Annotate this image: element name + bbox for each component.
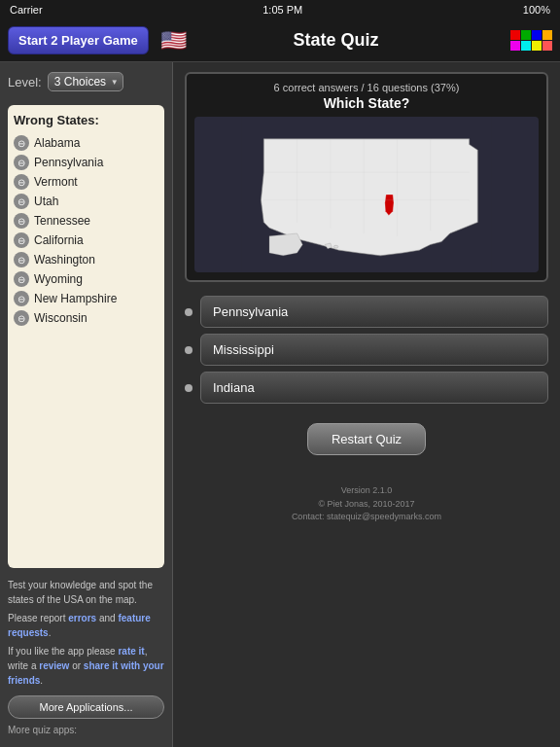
wrong-state-item: ⊖ California: [14, 231, 158, 250]
review-highlight: review: [39, 660, 69, 671]
state-name: California: [34, 233, 84, 247]
map-stats: 6 correct answers / 16 questions (37%): [194, 82, 539, 93]
level-select-wrapper[interactable]: 3 Choices 4 Choices 5 Choices: [48, 72, 123, 91]
color-cell: [532, 41, 542, 51]
status-bar: Carrier 1:05 PM 100%: [0, 0, 560, 19]
sidebar: Level: 3 Choices 4 Choices 5 Choices Wro…: [0, 62, 173, 747]
svg-point-8: [333, 245, 338, 248]
us-map-svg: [194, 117, 539, 272]
choice-item: Mississippi: [185, 334, 548, 366]
state-icon: ⊖: [14, 310, 29, 326]
choices-list: Pennsylvania Mississippi Indiana: [185, 296, 548, 404]
choice-bullet: [185, 308, 192, 316]
state-icon: ⊖: [14, 213, 29, 229]
version-label: Version 2.1.0: [292, 484, 441, 498]
state-icon: ⊖: [14, 194, 29, 209]
state-icon: ⊖: [14, 271, 29, 287]
state-name: Tennessee: [34, 214, 90, 228]
color-cell: [521, 30, 531, 40]
choice-button[interactable]: Pennsylvania: [200, 296, 548, 328]
map-container: 6 correct answers / 16 questions (37%) W…: [185, 72, 548, 282]
choice-bullet: [185, 346, 192, 354]
header: Start 2 Player Game 🇺🇸 State Quiz: [0, 19, 560, 62]
state-icon: ⊖: [14, 174, 29, 190]
state-icon: ⊖: [14, 252, 29, 267]
wrong-state-item: ⊖ Wyoming: [14, 269, 158, 289]
main-content: 6 correct answers / 16 questions (37%) W…: [173, 62, 560, 747]
state-name: Alabama: [34, 136, 80, 150]
sidebar-footer: Test your knowledge and spot the states …: [8, 578, 164, 737]
wrong-state-item: ⊖ Wisconsin: [14, 308, 158, 328]
wrong-state-item: ⊖ Utah: [14, 192, 158, 211]
level-row: Level: 3 Choices 4 Choices 5 Choices: [8, 72, 164, 91]
state-icon: ⊖: [14, 155, 29, 170]
color-cell: [542, 30, 552, 40]
level-select[interactable]: 3 Choices 4 Choices 5 Choices: [48, 72, 123, 91]
color-grid-icon: [510, 30, 552, 51]
footer-line2: Please report errors and feature request…: [8, 611, 164, 640]
level-label: Level:: [8, 75, 42, 89]
choice-button[interactable]: Indiana: [200, 372, 548, 404]
choice-item: Indiana: [185, 372, 548, 404]
state-name: Wisconsin: [34, 311, 88, 325]
contact-label: Contact: statequiz@speedymarks.com: [292, 511, 441, 524]
choice-button[interactable]: Mississippi: [200, 334, 548, 366]
map-svg-area: [194, 117, 539, 272]
main-footer: Version 2.1.0 © Piet Jonas, 2010-2017 Co…: [292, 484, 441, 524]
color-cell: [532, 30, 542, 40]
choice-item: Pennsylvania: [185, 296, 548, 328]
more-quiz-label: More quiz apps:: [8, 723, 164, 737]
app-title: State Quiz: [169, 30, 503, 51]
state-icon: ⊖: [14, 291, 29, 306]
battery-label: 100%: [523, 4, 550, 16]
restart-button[interactable]: Restart Quiz: [307, 423, 426, 455]
wrong-state-item: ⊖ Pennsylvania: [14, 153, 158, 172]
state-name: Washington: [34, 253, 95, 267]
choice-bullet: [185, 384, 192, 392]
start-2player-button[interactable]: Start 2 Player Game: [8, 26, 149, 54]
color-cell: [542, 41, 552, 51]
state-name: Utah: [34, 195, 58, 208]
color-cell: [521, 41, 531, 51]
rate-highlight: rate it: [118, 646, 144, 657]
footer-line3: If you like the app please rate it, writ…: [8, 644, 164, 688]
color-cell: [510, 41, 520, 51]
wrong-state-item: ⊖ Alabama: [14, 133, 158, 153]
wrong-states-list: ⊖ Alabama ⊖ Pennsylvania ⊖ Vermont ⊖ Uta…: [14, 133, 158, 328]
carrier-label: Carrier: [10, 4, 43, 16]
wrong-states-title: Wrong States:: [14, 113, 158, 127]
state-icon: ⊖: [14, 232, 29, 248]
wrong-state-item: ⊖ New Hampshire: [14, 289, 158, 308]
share-highlight: share it with your friends: [8, 660, 164, 686]
wrong-states-section: Wrong States: ⊖ Alabama ⊖ Pennsylvania ⊖…: [8, 105, 164, 568]
wrong-state-item: ⊖ Vermont: [14, 172, 158, 192]
time-label: 1:05 PM: [262, 4, 302, 16]
map-question: Which State?: [194, 95, 539, 111]
state-name: Vermont: [34, 175, 78, 189]
state-name: Pennsylvania: [34, 156, 103, 169]
state-name: Wyoming: [34, 272, 83, 286]
wrong-state-item: ⊖ Washington: [14, 250, 158, 269]
wrong-state-item: ⊖ Tennessee: [14, 211, 158, 231]
copyright-label: © Piet Jonas, 2010-2017: [292, 498, 441, 512]
more-apps-button[interactable]: More Applications...: [8, 695, 164, 719]
errors-highlight: errors: [68, 613, 96, 623]
state-name: New Hampshire: [34, 292, 117, 305]
state-icon: ⊖: [14, 135, 29, 151]
color-cell: [510, 30, 520, 40]
main-layout: Level: 3 Choices 4 Choices 5 Choices Wro…: [0, 62, 560, 747]
footer-line1: Test your knowledge and spot the states …: [8, 578, 164, 607]
